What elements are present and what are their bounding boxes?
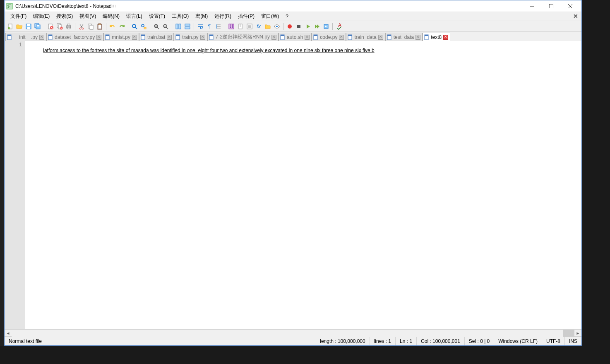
app-icon bbox=[6, 3, 13, 10]
svg-point-71 bbox=[288, 24, 292, 29]
scroll-left-arrow[interactable]: ◄ bbox=[5, 330, 12, 337]
status-eol[interactable]: Windows (CR LF) bbox=[494, 337, 542, 345]
status-mode[interactable]: INS bbox=[565, 337, 581, 345]
maximize-button[interactable] bbox=[542, 0, 561, 12]
toolbar-separator bbox=[75, 23, 75, 30]
tab-close-icon[interactable]: ✕ bbox=[339, 35, 344, 40]
tab-close-icon[interactable]: ✕ bbox=[443, 35, 448, 40]
close-all-icon[interactable] bbox=[55, 22, 64, 31]
window-title: C:\Users\LENOVO\Desktop\text8 - Notepad+… bbox=[15, 3, 523, 9]
replace-icon[interactable] bbox=[139, 22, 148, 31]
spellcheck-icon[interactable]: ABC bbox=[335, 22, 343, 31]
record-macro-icon[interactable] bbox=[286, 22, 294, 31]
menu-view[interactable]: 视图(V) bbox=[76, 12, 99, 21]
menu-run[interactable]: 运行(R) bbox=[211, 12, 235, 21]
text-editor[interactable]: latform access to the fortress the site … bbox=[25, 41, 581, 329]
tab-close-icon[interactable]: ✕ bbox=[271, 35, 276, 40]
tab-close-icon[interactable]: ✕ bbox=[200, 35, 205, 40]
sync-h-icon[interactable] bbox=[183, 22, 192, 31]
status-col: Col : 100,000,001 bbox=[417, 337, 465, 345]
copy-icon[interactable] bbox=[86, 22, 95, 31]
undo-icon[interactable] bbox=[108, 22, 117, 31]
sync-v-icon[interactable] bbox=[174, 22, 183, 31]
cut-icon[interactable] bbox=[77, 22, 86, 31]
find-icon[interactable] bbox=[130, 22, 139, 31]
play-macro-icon[interactable] bbox=[304, 22, 312, 31]
toolbar-separator bbox=[332, 23, 333, 30]
minimize-button[interactable] bbox=[523, 0, 542, 12]
menu-help[interactable]: ? bbox=[282, 13, 292, 20]
paste-icon[interactable] bbox=[96, 22, 104, 31]
svg-rect-40 bbox=[144, 27, 146, 29]
svg-rect-84 bbox=[176, 35, 180, 36]
file-tab-label: train.py bbox=[182, 34, 198, 40]
svg-rect-90 bbox=[314, 35, 317, 36]
tab-close-icon[interactable]: ✕ bbox=[378, 35, 383, 40]
file-tabs: __init__.py✕dataset_factory.py✕mnist.py✕… bbox=[5, 32, 581, 41]
scroll-right-arrow[interactable]: ► bbox=[574, 330, 581, 337]
svg-rect-76 bbox=[7, 35, 11, 36]
tab-close-icon[interactable]: ✕ bbox=[39, 35, 44, 40]
tab-close-icon[interactable]: ✕ bbox=[96, 35, 101, 40]
menu-encoding[interactable]: 编码(N) bbox=[99, 12, 123, 21]
lang-udl-icon[interactable]: U bbox=[227, 22, 235, 31]
redo-icon[interactable] bbox=[118, 22, 126, 31]
zoom-out-icon[interactable] bbox=[161, 22, 170, 31]
svg-rect-96 bbox=[425, 35, 428, 36]
doc-list-icon[interactable] bbox=[245, 22, 254, 31]
tab-close-icon[interactable]: ✕ bbox=[132, 35, 137, 40]
menu-window[interactable]: 窗口(W) bbox=[258, 12, 282, 21]
scroll-thumb[interactable] bbox=[563, 330, 574, 337]
file-tab[interactable]: code.py✕ bbox=[312, 33, 346, 41]
file-tab-label: __init__.py bbox=[14, 34, 38, 40]
allchars-icon[interactable]: ¶ bbox=[205, 22, 214, 31]
file-tab[interactable]: text8✕ bbox=[423, 33, 450, 41]
print-icon[interactable] bbox=[65, 22, 73, 31]
menu-macro[interactable]: 宏(M) bbox=[192, 12, 211, 21]
file-tab[interactable]: dataset_factory.py✕ bbox=[46, 33, 103, 41]
menu-edit[interactable]: 编辑(E) bbox=[30, 12, 53, 21]
menu-plugins[interactable]: 插件(P) bbox=[235, 12, 258, 21]
tab-close-icon[interactable]: ✕ bbox=[415, 35, 420, 40]
status-ln: Ln : 1 bbox=[396, 337, 417, 345]
menu-search[interactable]: 搜索(S) bbox=[53, 12, 76, 21]
wordwrap-icon[interactable] bbox=[196, 22, 204, 31]
horizontal-scrollbar[interactable]: ◄ ► bbox=[5, 329, 581, 336]
file-tab[interactable]: 7-2递归神经网络RNN.py✕ bbox=[207, 33, 279, 41]
tab-close-icon[interactable]: ✕ bbox=[167, 35, 172, 40]
play-multi-icon[interactable] bbox=[313, 22, 321, 31]
file-tab[interactable]: __init__.py✕ bbox=[5, 33, 46, 41]
file-tab[interactable]: train_data✕ bbox=[346, 33, 385, 41]
tab-close-icon[interactable]: ✕ bbox=[305, 35, 310, 40]
save-all-icon[interactable] bbox=[34, 22, 42, 31]
close-tab-x[interactable]: ✕ bbox=[573, 13, 578, 19]
toolbar-separator bbox=[225, 23, 225, 30]
file-tab[interactable]: train.py✕ bbox=[174, 33, 207, 41]
menu-tools[interactable]: 工具(O) bbox=[168, 12, 192, 21]
monitoring-icon[interactable] bbox=[273, 22, 281, 31]
func-list-icon[interactable]: fx bbox=[255, 22, 263, 31]
save-macro-icon[interactable] bbox=[322, 22, 330, 31]
toolbar-separator bbox=[194, 23, 194, 30]
file-tab[interactable]: auto.sh✕ bbox=[279, 33, 312, 41]
new-file-icon[interactable]: + bbox=[6, 22, 14, 31]
file-tab[interactable]: train.bat✕ bbox=[139, 33, 174, 41]
save-icon[interactable] bbox=[24, 22, 33, 31]
close-button[interactable] bbox=[561, 0, 580, 12]
menu-settings[interactable]: 设置(T) bbox=[146, 12, 168, 21]
folder-workspace-icon[interactable] bbox=[264, 22, 272, 31]
file-icon bbox=[140, 34, 146, 40]
scroll-track[interactable] bbox=[12, 330, 574, 337]
open-file-icon[interactable] bbox=[15, 22, 24, 31]
status-encoding[interactable]: UTF-8 bbox=[542, 337, 565, 345]
title-bar[interactable]: C:\Users\LENOVO\Desktop\text8 - Notepad+… bbox=[5, 0, 581, 12]
file-tab[interactable]: mnist.py✕ bbox=[103, 33, 139, 41]
stop-macro-icon[interactable] bbox=[295, 22, 303, 31]
zoom-in-icon[interactable] bbox=[152, 22, 161, 31]
file-tab[interactable]: test_data✕ bbox=[385, 33, 423, 41]
indent-guide-icon[interactable] bbox=[214, 22, 223, 31]
close-file-icon[interactable] bbox=[46, 22, 55, 31]
doc-map-icon[interactable] bbox=[236, 22, 245, 31]
menu-language[interactable]: 语言(L) bbox=[123, 12, 146, 21]
menu-file[interactable]: 文件(F) bbox=[7, 12, 30, 21]
